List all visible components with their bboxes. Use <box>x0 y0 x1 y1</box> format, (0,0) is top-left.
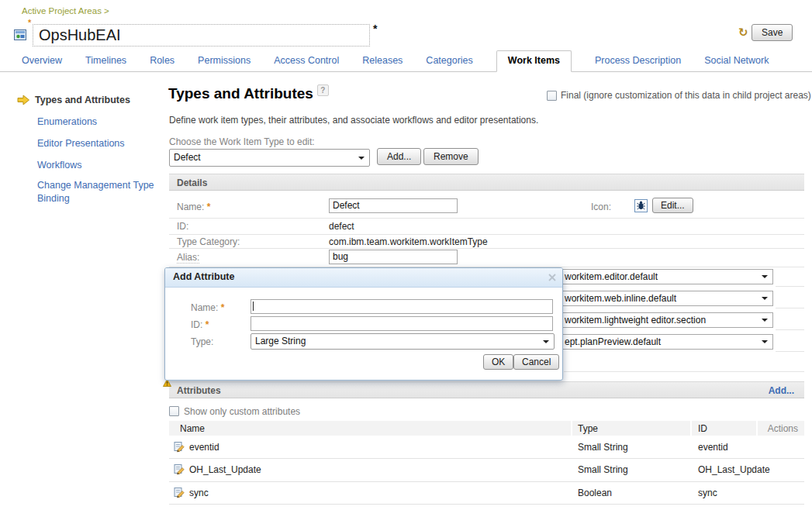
dialog-title: Add Attribute <box>173 271 234 282</box>
attribute-icon <box>174 439 185 454</box>
column-header-type: Type <box>578 423 598 434</box>
dialog-id-label: ID: * <box>191 319 209 330</box>
project-area-icon <box>13 28 27 44</box>
project-name-text: OpsHubEAI <box>33 25 121 45</box>
tab-timelines[interactable]: Timelines <box>85 55 126 71</box>
chevron-down-icon <box>762 275 768 278</box>
attribute-type: Boolean <box>578 488 612 498</box>
plan-preview-presentation-value: ept.planPreview.default <box>565 336 661 347</box>
name-label: Name: * <box>177 202 210 212</box>
sidebar-item-change-management-type-binding[interactable]: Change Management Type Binding <box>37 179 160 205</box>
work-item-type-value: Defect <box>170 150 201 163</box>
divider <box>169 248 804 249</box>
dialog-header[interactable]: Add Attribute <box>165 268 562 288</box>
chevron-down-icon <box>762 297 768 300</box>
name-input[interactable] <box>329 198 458 213</box>
attributes-section-header: Attributes Add... <box>169 381 804 398</box>
column-gap <box>756 421 758 436</box>
text-cursor <box>253 302 254 311</box>
project-area-editor: Active Project Areas > * OpsHubEAI * ↻ S… <box>0 0 812 510</box>
column-header-id: ID <box>698 423 707 434</box>
divider <box>169 218 804 219</box>
refresh-icon[interactable]: ↻ <box>738 26 748 40</box>
sidebar-item-types-and-attributes[interactable]: Types and Attributes <box>35 95 130 105</box>
sidebar-item-enumerations[interactable]: Enumerations <box>37 116 97 127</box>
chevron-down-icon <box>762 319 768 322</box>
current-section-arrow-icon <box>17 95 30 108</box>
divider <box>564 371 804 372</box>
column-header-actions: Actions <box>768 423 798 434</box>
help-icon[interactable]: ? <box>317 84 329 96</box>
tab-overview[interactable]: Overview <box>22 55 62 71</box>
divider <box>169 234 804 235</box>
tab-roles[interactable]: Roles <box>150 55 174 71</box>
chevron-down-icon <box>762 340 768 343</box>
tab-process-description[interactable]: Process Description <box>595 55 681 71</box>
tab-access-control[interactable]: Access Control <box>274 55 339 71</box>
attribute-name: OH_Last_Update <box>189 464 261 475</box>
final-checkbox-label: Final (ignore customization of this data… <box>561 90 811 101</box>
column-gap <box>690 421 692 436</box>
attribute-name: sync <box>189 488 209 498</box>
type-category-value: com.ibm.team.workitem.workItemType <box>329 236 488 247</box>
dialog-id-input[interactable] <box>251 316 553 331</box>
add-attribute-link[interactable]: Add... <box>769 382 794 399</box>
id-value: defect <box>329 221 354 232</box>
dialog-name-label: Name: * <box>191 302 224 313</box>
alias-input[interactable] <box>329 250 458 264</box>
type-category-label: Type Category: <box>177 236 240 247</box>
attribute-type: Small String <box>578 464 628 475</box>
add-attribute-dialog: Add Attribute Name: * ID: * Type: Large … <box>164 267 563 381</box>
project-name-field[interactable]: OpsHubEAI <box>33 24 370 47</box>
tab-categories[interactable]: Categories <box>426 55 472 71</box>
ok-button[interactable]: OK <box>483 354 513 370</box>
lightweight-presentation-value: workitem.lightweight editor.section <box>565 315 706 326</box>
save-button[interactable]: Save <box>752 24 793 41</box>
table-row[interactable]: sync Boolean sync <box>169 481 804 504</box>
remove-type-button[interactable]: Remove <box>423 148 479 165</box>
attributes-table-header: Name Type ID Actions <box>169 421 804 436</box>
attributes-header-text: Attributes <box>177 385 221 396</box>
tab-work-items[interactable]: Work Items <box>496 50 572 72</box>
section-description: Define work item types, their attributes… <box>169 115 538 126</box>
details-section-header: Details <box>169 174 804 191</box>
table-row[interactable]: eventid Small String eventid <box>169 436 804 458</box>
unsaved-changes-marker: * <box>373 22 377 35</box>
show-custom-attributes-checkbox[interactable] <box>169 406 179 416</box>
attribute-id: sync <box>698 488 717 498</box>
page-title: Types and Attributes? <box>168 84 329 102</box>
table-row[interactable]: OH_Last_Update Small String OH_Last_Upda… <box>169 458 804 481</box>
tab-social-network[interactable]: Social Network <box>704 55 769 71</box>
cancel-button[interactable]: Cancel <box>513 354 559 370</box>
tab-permissions[interactable]: Permissions <box>198 55 251 71</box>
web-inline-presentation-value: workitem.web.inline.default <box>565 293 676 304</box>
icon-label: Icon: <box>591 202 611 212</box>
breadcrumb[interactable]: Active Project Areas > <box>22 6 109 16</box>
attribute-id: eventid <box>698 442 728 453</box>
divider <box>169 504 804 505</box>
divider <box>776 351 804 352</box>
work-item-type-label: Choose the Work Item Type to edit: <box>169 136 315 147</box>
editor-presentation-value: workitem.editor.default <box>565 271 658 282</box>
final-checkbox[interactable] <box>547 91 557 101</box>
id-label: ID: <box>177 221 188 232</box>
alias-label: Alias: <box>177 252 199 264</box>
divider <box>776 329 804 330</box>
attribute-name: eventid <box>189 442 219 453</box>
attribute-icon <box>174 485 185 500</box>
attribute-icon <box>174 463 185 477</box>
chevron-down-icon <box>358 157 365 160</box>
dialog-type-select[interactable]: Large String <box>251 333 555 350</box>
divider <box>776 286 804 287</box>
sidebar-item-editor-presentations[interactable]: Editor Presentations <box>37 138 125 149</box>
work-item-type-select[interactable]: Defect <box>169 149 370 167</box>
edit-icon-button[interactable]: Edit... <box>652 198 693 213</box>
chevron-down-icon <box>543 340 549 343</box>
sidebar-item-workflows[interactable]: Workflows <box>37 160 81 171</box>
add-type-button[interactable]: Add... <box>377 148 421 165</box>
show-custom-attributes-label: Show only custom attributes <box>184 406 300 417</box>
dialog-name-input[interactable] <box>251 299 553 314</box>
attribute-type: Small String <box>578 442 628 453</box>
close-icon[interactable] <box>548 273 556 284</box>
tab-releases[interactable]: Releases <box>362 55 403 71</box>
